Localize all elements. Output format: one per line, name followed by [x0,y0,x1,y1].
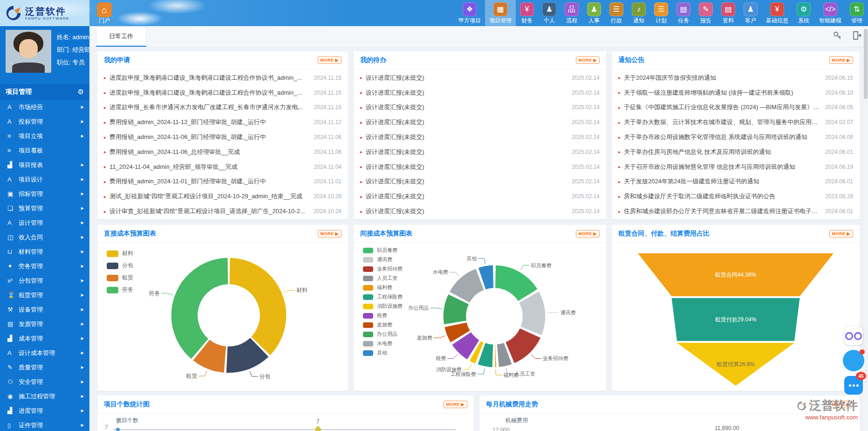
top-nav-item[interactable]: ✎ 报告 [695,0,717,26]
top-nav-item[interactable]: ⇅ 管理 [846,0,868,26]
legend-item[interactable]: 劳务 [107,286,133,294]
top-nav-item[interactable]: ❖ 甲方项目 [454,0,485,26]
sidebar-menu-item[interactable]: ◫ 收入合同 ▶ [0,230,89,244]
todo-list-item[interactable]: ▸ 设计进度汇报(未提交) 2025.02.14 [360,132,600,143]
sidebar-menu-item[interactable]: ≡ 项目立项 ▶ [0,129,89,143]
application-list-item[interactable]: ▸ 费用报销_admin_2024-11-06_总经理审批__完成 2024.1… [104,146,342,158]
legend-item[interactable]: 水电费 [363,340,403,347]
top-nav-item[interactable]: ☰ 计划 [650,0,672,26]
avatar[interactable] [6,30,51,73]
notice-list-item[interactable]: ▸ 关于发放2024年第24批一级建造师注册证书的通知 2024.06.01 [618,176,853,187]
more-button[interactable]: MORE ▶ [318,230,342,237]
more-button[interactable]: MORE ▶ [576,230,600,237]
legend-item[interactable]: 租赁 [107,274,133,282]
top-nav-item[interactable]: ♟ 个人 [538,0,560,26]
tab-daily-work[interactable]: 日常工作 [96,26,146,47]
notice-list-item[interactable]: ▸ 于征集《中国建筑施工行业信息化发展报告 (2024) —BIM应用与发展》材… [618,102,853,113]
application-list-item[interactable]: ▸ 11_2024-11-04_admin_经营部_领导审批__完成 2024.… [104,161,342,173]
todo-list-item[interactable]: ▸ 设计进度汇报(未提交) 2025.02.14 [360,146,600,158]
legend-item[interactable]: 工程保险费 [363,293,403,300]
more-button[interactable]: MORE ▶ [829,230,853,237]
nav-item-portal[interactable]: ⌂ 门户 [97,2,112,24]
todo-list-item[interactable]: ▸ 设计进度汇报(未提交) 2025.02.14 [360,102,600,113]
sidebar-menu-item[interactable]: ▟ 成本管理 ▶ [0,331,89,346]
legend-item[interactable]: 材料 [107,250,133,257]
more-button[interactable]: MORE ▶ [576,56,600,64]
more-button[interactable]: MORE ▶ [829,56,853,64]
application-list-item[interactable]: ▸ 进度款申报_珠海鹤港口建设_珠海鹤港口建设工程合作协议书_admin_...… [104,87,342,98]
application-list-item[interactable]: ▸ 费用报销_admin_2024-11-06_部门经理审批_胡建,_运行中 2… [104,132,342,143]
sidebar-menu-item[interactable]: A 项目设计 ▶ [0,172,89,187]
sidebar-menu-item[interactable]: ▯ 证件管理 ▶ [0,418,89,431]
todo-list-item[interactable]: ▸ 设计进度汇报(未提交) 2025.02.14 [360,206,600,217]
sidebar-menu-item[interactable]: ≡ 项目看板 [0,143,89,158]
legend-item[interactable]: 办公用品 [363,331,403,338]
top-nav-item[interactable]: ♪ 通知 [628,0,650,26]
top-nav-item[interactable]: ♟ 人事 [583,0,605,26]
top-nav-item[interactable]: ▦ 项目管理 [485,0,516,26]
legend-item[interactable]: 消防设施费 [363,303,403,310]
legend-item[interactable]: 税费 [363,312,403,319]
more-button[interactable]: MORE ▶ [318,56,342,64]
chat-icon[interactable]: 45 [844,376,863,395]
top-nav-item[interactable]: </> 智能建模 [815,0,846,26]
sidebar-menu-item[interactable]: ⚒ 设备管理 ▶ [0,302,89,317]
notice-list-item[interactable]: ▸ 关于召开市政公用设施智慧化管理 信息技术与应用培训班的通知 2024.06.… [618,161,853,173]
top-nav-item[interactable]: ¥ 基础信息 [762,0,793,26]
sidebar-menu-item[interactable]: ✎ 质量管理 ▶ [0,360,89,375]
sidebar-menu-item[interactable]: ▤ 发票管理 ▶ [0,317,89,331]
top-nav-item[interactable]: ♟ 客户 [739,0,762,26]
top-nav-item[interactable]: 品 流程 [560,0,583,26]
application-list-item[interactable]: ▸ 费用报销_admin_2024-11-01_部门经理审批_胡建,_运行中 2… [104,176,342,187]
todo-list-item[interactable]: ▸ 设计进度汇报(未提交) 2025.02.14 [360,117,600,128]
sidebar-menu-item[interactable]: ✦ 劳务管理 ▶ [0,259,89,273]
sidebar-menu-item[interactable]: A 投标管理 ▶ [0,114,89,129]
legend-item[interactable]: 分包 [107,262,133,270]
customer-service-icon[interactable] [844,327,863,345]
legend-item[interactable]: 职员餐费 [363,247,403,254]
sidebar-menu-item[interactable]: ▟ 项目报表 ▶ [0,158,89,172]
sidebar-menu-item[interactable]: ❏ 预算管理 ▶ [0,201,89,216]
sidebar-menu-item[interactable]: ▣ 招标管理 ▶ [0,187,89,201]
sidebar-menu-item[interactable]: ⊔ 材料管理 ▶ [0,244,89,259]
sidebar-menu-item[interactable]: ▟ 进度管理 ▶ [0,403,89,418]
sidebar-menu-item[interactable]: A 设计管理 ▶ [0,216,89,230]
sidebar-menu-item[interactable]: A 设计成本管理 ▶ [0,346,89,360]
todo-list-item[interactable]: ▸ 设计进度汇报(未提交) 2025.02.14 [360,72,600,83]
gear-icon[interactable]: ⚙ [78,88,84,96]
legend-item[interactable]: 人员工资 [363,275,403,282]
todo-list-item[interactable]: ▸ 设计进度汇报(未提交) 2025.02.14 [360,87,600,98]
legend-item[interactable]: 其他 [363,349,403,356]
legend-item[interactable]: 差旅费 [363,321,403,328]
notice-list-item[interactable]: ▸ 关于2024年国庆节放假安排的通知 2024.06.15 [618,72,853,83]
todo-list-item[interactable]: ▸ 设计进度汇报(未提交) 2025.02.14 [360,161,600,173]
legend-item[interactable]: 业务招待费 [363,265,403,272]
top-nav-item[interactable]: ▤ 资料 [717,0,739,26]
top-nav-item[interactable]: ▤ 任务 [672,0,695,26]
todo-list-item[interactable]: ▸ 设计进度汇报(未提交) 2025.02.14 [360,191,600,202]
notice-list-item[interactable]: ▸ 关于举办大数据、云计算技术在城市建设、规划、管理与服务中的应用培训班... … [618,117,853,128]
sidebar-menu-item[interactable]: A 市场经营 ▶ [0,100,89,114]
legend-item[interactable]: 福利费 [363,284,403,291]
sidebar-menu-item[interactable]: x² 分包管理 ▶ [0,273,89,288]
legend-item[interactable]: 通讯费 [363,256,403,263]
notice-list-item[interactable]: ▸ 住房和城乡建设部办公厅关于同意吉林省开展二级建造师注册证书电子化试点... … [618,206,853,217]
application-list-item[interactable]: ▸ 进度款申报_珠海鹤港口建设_珠海鹤港口建设工程合作协议书_admin_...… [104,72,342,83]
top-nav-item[interactable]: ¥ 财务 [516,0,538,26]
todo-list-item[interactable]: ▸ 设计进度汇报(未提交) 2025.02.14 [360,176,600,187]
notice-list-item[interactable]: ▸ 关于举办市政公用设施数字化管理信息 系统建设与应用培训班的通知 2024.0… [618,132,853,143]
application-list-item[interactable]: ▸ 进度款申报_长春市伊通河水力发电厂改建工程_长春市伊通河水力发电... 20… [104,102,342,113]
notice-list-item[interactable]: ▸ 关于举办住房与房地产信息化 技术及应用培训班的通知 2024.06.01 [618,146,853,158]
change-password-key-icon[interactable] [833,31,842,40]
more-button[interactable]: MORE ▶ [444,401,467,408]
application-list-item[interactable]: ▸ 设计审查_彭祖新城“四馆”景观工程设计项目_请选择_胡广生_2024-10-… [104,206,342,217]
logout-icon[interactable] [852,31,861,40]
notice-list-item[interactable]: ▸ 房和城乡建设厅关于取消二级建造师临时执业证书的公告 2023.08.29 [618,191,853,202]
application-list-item[interactable]: ▸ 费用报销_admin_2024-11-12_部门经理审批_胡建,_运行中 2… [104,117,342,128]
sidebar-menu-item[interactable]: ⌛ 租赁管理 ▶ [0,288,89,302]
application-list-item[interactable]: ▸ 测试_彭祖新城“四馆”景观工程设计项目_2024-10-29_admin_结… [104,191,342,202]
top-nav-item[interactable]: ⚙ 系统 [793,0,815,26]
sidebar-menu-item[interactable]: ◉ 施工过程管理 ▶ [0,389,89,403]
scrollbar-thumb[interactable] [864,29,868,99]
notice-list-item[interactable]: ▸ 关于领取一级注册建造师增项贴的通知 (须持一建证书前来领取) 2024.06… [618,87,853,98]
